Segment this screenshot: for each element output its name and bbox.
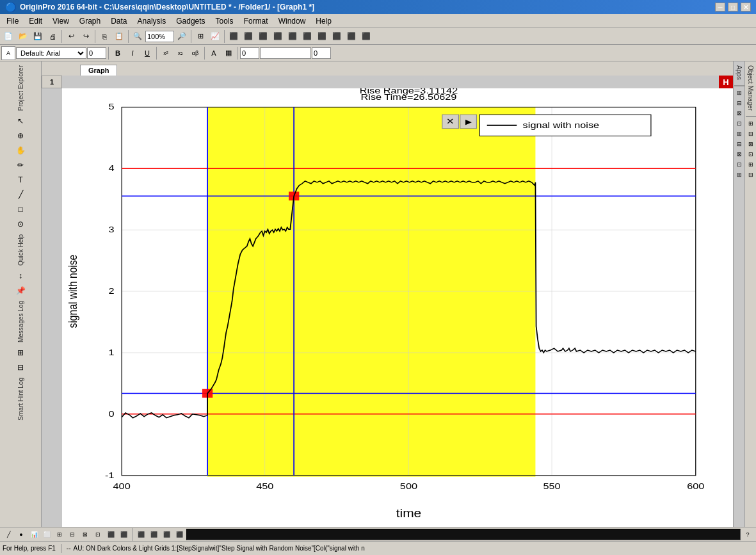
menu-analysis[interactable]: Analysis	[133, 15, 172, 27]
graph-area[interactable]: Graph 1 H	[42, 61, 733, 527]
print-button[interactable]: 🖨	[45, 29, 60, 44]
worksheet-button[interactable]: ⊞	[193, 29, 207, 44]
tool7[interactable]: ⬛	[315, 29, 329, 44]
menu-tools[interactable]: Tools	[211, 15, 239, 27]
object-manager-label[interactable]: Object Manager	[746, 61, 755, 115]
format-icon[interactable]: A	[1, 46, 15, 60]
bottom-tool-7[interactable]: ⊠	[79, 529, 91, 540]
font-size-input[interactable]	[87, 47, 106, 59]
text-tool[interactable]: T	[13, 173, 28, 187]
bottom-tool-5[interactable]: ⊞	[54, 529, 65, 540]
zoom-out-button[interactable]: 🔎	[175, 29, 189, 44]
smart-hint-label[interactable]: Smart Hint Log	[16, 375, 26, 423]
manager-tool-3[interactable]: ⊠	[746, 139, 756, 149]
bottom-tool-4[interactable]: ⬜	[41, 529, 52, 540]
superscript-button[interactable]: x²	[159, 46, 173, 60]
apps-label[interactable]: Apps	[734, 61, 744, 84]
menu-format[interactable]: Format	[239, 15, 273, 27]
menu-edit[interactable]: Edit	[24, 15, 47, 27]
apps-tool-3[interactable]: ⊠	[734, 108, 744, 118]
undo-button[interactable]: ↩	[64, 29, 78, 44]
tool9[interactable]: ⬛	[344, 29, 358, 44]
dash-input[interactable]	[260, 47, 311, 59]
manager-tool-5[interactable]: ⊞	[746, 159, 756, 170]
h-button[interactable]: H	[719, 76, 733, 88]
tool3[interactable]: ⬛	[256, 29, 270, 44]
bottom-tool-8[interactable]: ⊡	[92, 529, 104, 540]
tool1[interactable]: ⬛	[227, 29, 241, 44]
bottom-tool-2[interactable]: ●	[15, 529, 27, 540]
bottom-tool-13[interactable]: ⬛	[161, 529, 172, 540]
point-size-input[interactable]	[312, 47, 331, 59]
menu-view[interactable]: View	[47, 15, 74, 27]
manager-tool-2[interactable]: ⊟	[746, 129, 756, 139]
menu-help[interactable]: Help	[310, 15, 337, 27]
tool10[interactable]: ⬛	[359, 29, 373, 44]
bottom-tool-3[interactable]: 📊	[28, 529, 40, 540]
tool4[interactable]: ⬛	[271, 29, 285, 44]
fill-button[interactable]: ▦	[221, 46, 236, 60]
bottom-tool-9[interactable]: ⬛	[105, 529, 117, 540]
alpha-beta-button[interactable]: αβ	[188, 46, 202, 60]
underline-button[interactable]: U	[140, 46, 154, 60]
graph-button[interactable]: 📈	[208, 29, 222, 44]
draw-tool[interactable]: ✏	[13, 158, 28, 172]
save-button[interactable]: 💾	[31, 29, 45, 44]
annotation-tool[interactable]: 📌	[13, 284, 28, 298]
zoom-tool[interactable]: ⊕	[13, 129, 28, 143]
manager-tool-4[interactable]: ⊡	[746, 149, 756, 159]
bottom-tool-help[interactable]: ?	[742, 529, 753, 540]
pan-tool[interactable]: ✋	[13, 143, 28, 157]
zoom-in-button[interactable]: 🔍	[131, 29, 145, 44]
apps-tool-5[interactable]: ⊞	[734, 129, 744, 139]
bottom-tool-14[interactable]: ⬛	[173, 529, 185, 540]
menu-gadgets[interactable]: Gadgets	[171, 15, 210, 27]
bottom-tool-12[interactable]: ⬛	[148, 529, 159, 540]
font-select[interactable]: Default: Arial	[16, 47, 86, 59]
bottom-tool-11[interactable]: ⬛	[135, 529, 147, 540]
menu-file[interactable]: File	[1, 15, 24, 27]
screen-reader-tool[interactable]: ↕	[13, 269, 28, 283]
tool5[interactable]: ⬛	[286, 29, 300, 44]
close-button[interactable]: ✕	[741, 3, 751, 12]
line-tool[interactable]: ╱	[13, 188, 28, 202]
italic-button[interactable]: I	[125, 46, 140, 60]
minimize-button[interactable]: ─	[715, 3, 725, 12]
apps-tool-9[interactable]: ⊞	[734, 170, 744, 180]
apps-tool-7[interactable]: ⊠	[734, 149, 744, 159]
tool6[interactable]: ⬛	[300, 29, 314, 44]
manager-tool-1[interactable]: ⊞	[746, 118, 756, 129]
bottom-tool-6[interactable]: ⊟	[67, 529, 78, 540]
rect-tool[interactable]: □	[13, 202, 28, 216]
subscript-button[interactable]: x₂	[173, 46, 188, 60]
project-explorer-label[interactable]: Project Explorer	[16, 63, 26, 113]
new-button[interactable]: 📄	[1, 29, 15, 44]
arrow-tool[interactable]: ↖	[13, 114, 28, 128]
color-button[interactable]: A	[207, 46, 221, 60]
baseline-tool[interactable]: ⊟	[13, 360, 28, 374]
messages-log-label[interactable]: Messages Log	[16, 298, 26, 345]
open-button[interactable]: 📂	[16, 29, 30, 44]
manager-tool-6[interactable]: ⊟	[746, 170, 756, 180]
apps-tool-2[interactable]: ⊟	[734, 98, 744, 108]
tool2[interactable]: ⬛	[241, 29, 255, 44]
menu-data[interactable]: Data	[106, 15, 132, 27]
zoom-input[interactable]	[145, 31, 174, 42]
line-width-input[interactable]	[240, 47, 259, 59]
graph-tab[interactable]: Graph	[80, 65, 117, 76]
bottom-tool-1[interactable]: ╱	[3, 529, 14, 540]
region-tool[interactable]: ⊞	[13, 346, 28, 360]
apps-tool-8[interactable]: ⊡	[734, 159, 744, 170]
maximize-button[interactable]: □	[728, 3, 738, 12]
plot-container[interactable]: 5 4 3 2 1 0 -1 400 450 500 550 600 time	[62, 88, 733, 527]
data-reader-tool[interactable]: ⊙	[13, 217, 28, 231]
menu-window[interactable]: Window	[273, 15, 311, 27]
bold-button[interactable]: B	[111, 46, 125, 60]
paste-button[interactable]: 📋	[112, 29, 126, 44]
apps-tool-1[interactable]: ⊞	[734, 88, 744, 98]
tool8[interactable]: ⬛	[330, 29, 344, 44]
bottom-tool-10[interactable]: ⬛	[118, 529, 129, 540]
menu-graph[interactable]: Graph	[74, 15, 106, 27]
quick-help-label[interactable]: Quick Help	[16, 232, 26, 268]
redo-button[interactable]: ↪	[79, 29, 93, 44]
